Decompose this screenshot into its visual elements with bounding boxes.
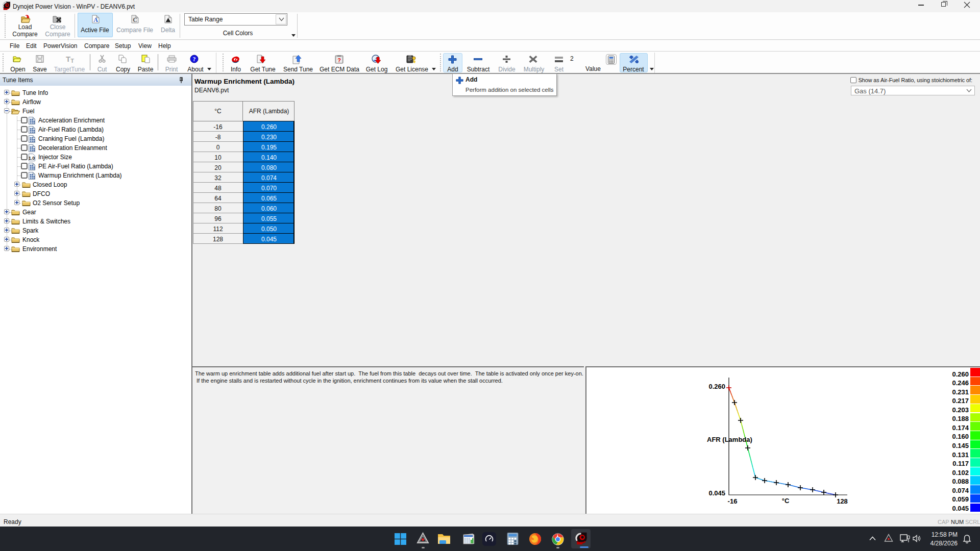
svg-text:1.0: 1.0 <box>29 155 35 160</box>
svg-text:A: A <box>93 16 98 23</box>
svg-text:C: C <box>133 16 137 23</box>
svg-text:?: ? <box>337 57 341 63</box>
svg-text:?: ? <box>193 56 196 63</box>
